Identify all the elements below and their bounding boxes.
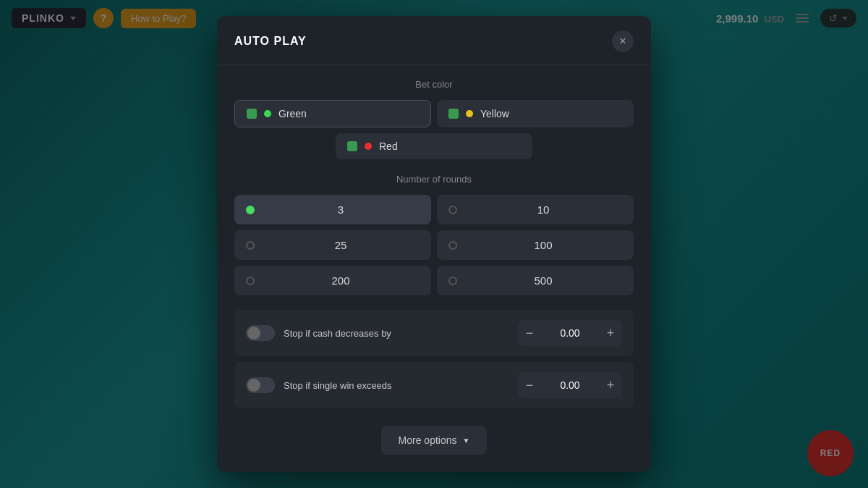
round-option-200[interactable]: 200 bbox=[234, 266, 431, 295]
more-options-label: More options bbox=[399, 434, 457, 446]
color-option-red[interactable]: Red bbox=[336, 133, 532, 159]
more-options-button[interactable]: More options ▼ bbox=[381, 426, 488, 455]
stop-win-control: − 0.00 + bbox=[518, 372, 622, 398]
bet-color-label: Bet color bbox=[234, 79, 634, 90]
chevron-down-icon-3: ▼ bbox=[463, 437, 470, 445]
color-option-yellow[interactable]: Yellow bbox=[437, 100, 634, 127]
color-option-green[interactable]: Green bbox=[234, 100, 431, 127]
radio-100-icon bbox=[448, 241, 457, 250]
radio-3-icon bbox=[246, 206, 255, 214]
rounds-section: Number of rounds 3 10 25 bbox=[234, 174, 634, 295]
red-checkbox bbox=[347, 141, 357, 151]
green-checkbox bbox=[247, 109, 257, 119]
radio-10-icon bbox=[448, 206, 457, 214]
radio-200-icon bbox=[246, 277, 255, 285]
minus-icon: − bbox=[526, 326, 534, 341]
stop-win-value: 0.00 bbox=[541, 379, 599, 391]
stop-cash-value: 0.00 bbox=[541, 327, 599, 339]
green-dot-icon bbox=[264, 110, 271, 117]
toggle-knob-win bbox=[247, 379, 260, 392]
plus-icon-2: + bbox=[607, 378, 615, 393]
rounds-grid: 3 10 25 100 bbox=[234, 195, 634, 295]
minus-icon-2: − bbox=[526, 378, 534, 393]
round-500-value: 500 bbox=[464, 274, 622, 287]
red-label: Red bbox=[379, 140, 398, 152]
round-option-25[interactable]: 25 bbox=[234, 230, 431, 260]
radio-500-icon bbox=[448, 277, 457, 285]
plus-icon: + bbox=[607, 326, 615, 341]
modal-header: AUTO PLAY × bbox=[217, 16, 651, 64]
color-center-row: Red bbox=[234, 133, 634, 159]
stop-win-plus[interactable]: + bbox=[599, 372, 622, 398]
color-grid: Green Yellow bbox=[234, 100, 634, 127]
round-100-value: 100 bbox=[464, 239, 622, 251]
autoplay-modal: AUTO PLAY × Bet color Green bbox=[217, 16, 651, 472]
round-option-500[interactable]: 500 bbox=[437, 266, 634, 295]
round-option-3[interactable]: 3 bbox=[234, 195, 431, 224]
close-icon: × bbox=[619, 35, 626, 47]
close-button[interactable]: × bbox=[612, 30, 634, 52]
yellow-checkbox bbox=[448, 109, 459, 119]
stop-win-row: Stop if single win exceeds − 0.00 + bbox=[234, 362, 634, 408]
yellow-dot-icon bbox=[466, 110, 473, 117]
modal-body: Bet color Green Yellow bbox=[217, 64, 651, 472]
round-10-value: 10 bbox=[464, 203, 622, 216]
red-dot-icon bbox=[365, 143, 372, 150]
stop-cash-minus[interactable]: − bbox=[518, 320, 541, 346]
round-25-value: 25 bbox=[262, 239, 420, 251]
stop-cash-plus[interactable]: + bbox=[599, 320, 622, 346]
round-option-10[interactable]: 10 bbox=[437, 195, 634, 224]
round-option-100[interactable]: 100 bbox=[437, 230, 634, 260]
radio-25-icon bbox=[246, 241, 255, 250]
stop-win-toggle[interactable] bbox=[246, 377, 275, 393]
stop-cash-toggle[interactable] bbox=[246, 325, 275, 341]
green-label: Green bbox=[278, 108, 307, 119]
stop-cash-label: Stop if cash decreases by bbox=[284, 328, 509, 339]
stop-cash-control: − 0.00 + bbox=[518, 320, 622, 346]
modal-overlay: AUTO PLAY × Bet color Green bbox=[0, 0, 868, 488]
rounds-label: Number of rounds bbox=[234, 174, 634, 185]
more-options-section: More options ▼ bbox=[234, 414, 634, 458]
yellow-label: Yellow bbox=[480, 108, 509, 119]
round-200-value: 200 bbox=[262, 274, 420, 287]
stop-cash-row: Stop if cash decreases by − 0.00 + bbox=[234, 310, 634, 356]
stop-win-label: Stop if single win exceeds bbox=[284, 380, 509, 391]
round-3-value: 3 bbox=[262, 203, 420, 216]
stop-win-minus[interactable]: − bbox=[518, 372, 541, 398]
modal-title: AUTO PLAY bbox=[234, 35, 307, 48]
toggle-knob-cash bbox=[247, 327, 260, 340]
